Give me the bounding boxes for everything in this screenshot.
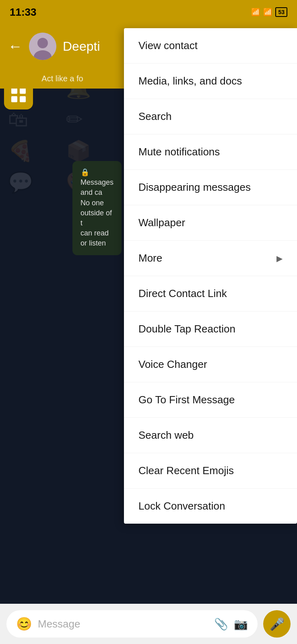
bg-emoji: 🍕 xyxy=(8,139,58,163)
menu-item-label-search-web: Search web xyxy=(138,429,194,442)
camera-button[interactable]: 📷 xyxy=(234,617,248,631)
menu-item-direct-contact-link[interactable]: Direct Contact Link xyxy=(124,276,297,312)
emoji-button[interactable]: 😊 xyxy=(16,616,32,632)
bubble-text: 🔒 Messages and ca No one outside of t ca… xyxy=(80,167,113,249)
menu-item-label-clear-recent-emojis: Clear Recent Emojis xyxy=(138,464,234,477)
header-subtitle-bar: Act like a fo xyxy=(0,68,125,89)
status-time: 11:33 xyxy=(10,6,37,19)
svg-rect-3 xyxy=(11,88,17,94)
message-bubble: 🔒 Messages and ca No one outside of t ca… xyxy=(72,161,122,255)
menu-item-label-go-to-first-message: Go To First Message xyxy=(138,394,235,406)
status-bar: 11:33 📶 📶 53 xyxy=(0,0,297,24)
wifi-icon: 📶 xyxy=(251,8,260,17)
svg-rect-5 xyxy=(11,96,17,102)
status-icons: 📶 📶 53 xyxy=(251,7,287,17)
battery-icon: 53 xyxy=(275,7,287,17)
back-button[interactable]: ← xyxy=(8,38,23,55)
lock-icon: 🔒 xyxy=(80,168,89,176)
menu-item-mute-notifications[interactable]: Mute notifications xyxy=(124,134,297,170)
menu-item-label-disappearing-messages: Disappearing messages xyxy=(138,181,251,194)
bg-emoji: 🛍 xyxy=(8,108,58,131)
menu-item-wallpaper[interactable]: Wallpaper xyxy=(124,205,297,241)
menu-item-lock-conversation[interactable]: Lock Conversation xyxy=(124,489,297,524)
avatar[interactable] xyxy=(29,33,56,60)
mic-icon: 🎤 xyxy=(270,617,285,631)
menu-item-label-view-contact: View contact xyxy=(138,39,198,52)
menu-item-voice-changer[interactable]: Voice Changer xyxy=(124,347,297,382)
contact-name[interactable]: Deepti xyxy=(63,39,100,54)
mic-button[interactable]: 🎤 xyxy=(263,610,291,638)
bg-emoji: 📦 xyxy=(66,139,116,163)
bg-emoji: 💬 xyxy=(8,171,58,194)
bg-emoji: ✏ xyxy=(66,108,116,131)
message-input-field[interactable]: 😊 Message 📎 📷 xyxy=(6,610,258,638)
menu-item-label-search: Search xyxy=(138,110,171,123)
menu-item-search-web[interactable]: Search web xyxy=(124,418,297,453)
svg-rect-6 xyxy=(20,96,26,102)
avatar-image xyxy=(29,33,56,60)
menu-item-label-mute-notifications: Mute notifications xyxy=(138,146,220,158)
menu-item-label-double-tap-reaction: Double Tap Reaction xyxy=(138,323,235,335)
dropdown-menu: View contactMedia, links, and docsSearch… xyxy=(124,28,297,524)
menu-item-label-lock-conversation: Lock Conversation xyxy=(138,500,225,512)
menu-item-go-to-first-message[interactable]: Go To First Message xyxy=(124,382,297,418)
menu-item-view-contact[interactable]: View contact xyxy=(124,28,297,64)
header-subtitle: Act like a fo xyxy=(41,74,83,83)
menu-item-media-links-docs[interactable]: Media, links, and docs xyxy=(124,64,297,99)
menu-item-label-direct-contact-link: Direct Contact Link xyxy=(138,287,227,300)
menu-item-double-tap-reaction[interactable]: Double Tap Reaction xyxy=(124,312,297,347)
input-bar: 😊 Message 📎 📷 🎤 xyxy=(0,604,297,644)
menu-item-label-wallpaper: Wallpaper xyxy=(138,217,185,229)
menu-item-arrow-more: ▶ xyxy=(276,254,283,263)
menu-item-label-voice-changer: Voice Changer xyxy=(138,358,207,371)
menu-item-clear-recent-emojis[interactable]: Clear Recent Emojis xyxy=(124,453,297,489)
menu-item-label-media-links-docs: Media, links, and docs xyxy=(138,75,242,87)
menu-item-search[interactable]: Search xyxy=(124,99,297,134)
attach-button[interactable]: 📎 xyxy=(214,617,228,631)
svg-rect-4 xyxy=(20,88,26,94)
menu-item-more[interactable]: More▶ xyxy=(124,241,297,276)
menu-item-label-more: More xyxy=(138,252,162,264)
signal-icon: 📶 xyxy=(263,8,272,17)
svg-point-1 xyxy=(37,38,48,48)
message-placeholder: Message xyxy=(38,618,80,630)
menu-item-disappearing-messages[interactable]: Disappearing messages xyxy=(124,170,297,205)
grid-icon xyxy=(10,86,27,104)
